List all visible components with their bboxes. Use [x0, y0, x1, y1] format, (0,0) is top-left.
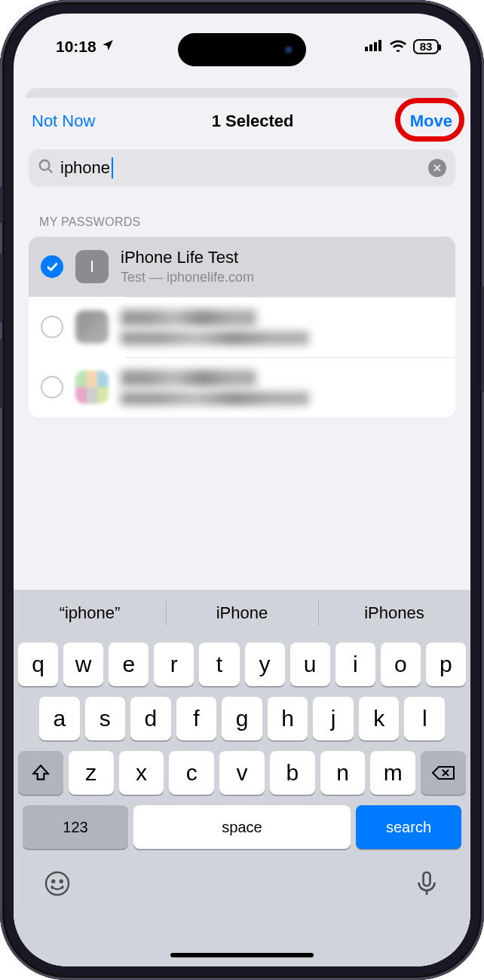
- row-subtitle-redacted: [121, 392, 309, 405]
- key-d[interactable]: d: [130, 697, 171, 740]
- numbers-key[interactable]: 123: [23, 805, 128, 849]
- key-q[interactable]: q: [18, 643, 58, 686]
- key-x[interactable]: x: [119, 751, 164, 795]
- row-title-redacted: [121, 370, 256, 386]
- key-h[interactable]: h: [268, 697, 308, 740]
- search-field[interactable]: iphone: [29, 149, 455, 187]
- key-r[interactable]: r: [154, 643, 194, 686]
- site-icon: [75, 371, 109, 404]
- password-row[interactable]: [29, 357, 455, 417]
- passwords-list: I iPhone Life Test Test — iphonelife.com: [29, 237, 455, 417]
- key-z[interactable]: z: [69, 751, 114, 795]
- keyboard: “iphone” iPhone iPhones q w e r t y u i …: [14, 590, 470, 966]
- key-w[interactable]: w: [63, 643, 103, 686]
- nav-title: 1 Selected: [212, 111, 294, 131]
- key-m[interactable]: m: [370, 751, 415, 795]
- wifi-icon: [389, 38, 407, 56]
- dynamic-island: [178, 33, 306, 66]
- key-o[interactable]: o: [381, 643, 421, 686]
- svg-rect-2: [374, 42, 377, 51]
- key-v[interactable]: v: [219, 751, 265, 795]
- key-l[interactable]: l: [404, 697, 445, 740]
- key-s[interactable]: s: [85, 697, 126, 740]
- key-e[interactable]: e: [109, 643, 149, 686]
- svg-point-10: [46, 872, 69, 895]
- location-icon: [101, 38, 115, 56]
- key-y[interactable]: y: [245, 643, 285, 686]
- volume-up-button: [0, 253, 3, 322]
- svg-line-5: [48, 169, 52, 172]
- row-title: iPhone Life Test: [121, 248, 254, 267]
- key-b[interactable]: b: [270, 751, 315, 795]
- delete-key[interactable]: [421, 751, 466, 795]
- key-i[interactable]: i: [335, 643, 375, 686]
- phone-frame: 10:18 83 Not Now 1 Selected Move: [0, 0, 484, 980]
- key-f[interactable]: f: [176, 697, 217, 740]
- search-icon: [38, 158, 54, 178]
- key-c[interactable]: c: [169, 751, 214, 795]
- space-key[interactable]: space: [133, 805, 351, 849]
- key-t[interactable]: t: [199, 643, 239, 686]
- clear-search-button[interactable]: [428, 159, 446, 177]
- row-subtitle: Test — iphonelife.com: [121, 270, 254, 285]
- suggestion[interactable]: “iphone”: [14, 590, 166, 637]
- key-n[interactable]: n: [320, 751, 366, 795]
- key-g[interactable]: g: [222, 697, 262, 740]
- row-subtitle-redacted: [121, 331, 309, 345]
- svg-rect-0: [365, 47, 368, 51]
- svg-point-11: [52, 881, 54, 883]
- checkbox-checked-icon[interactable]: [41, 255, 63, 278]
- password-row[interactable]: I iPhone Life Test Test — iphonelife.com: [29, 237, 455, 297]
- checkbox-unchecked-icon[interactable]: [41, 316, 63, 338]
- search-key[interactable]: search: [356, 805, 461, 849]
- volume-down-button: [0, 339, 3, 408]
- text-caret: [112, 157, 113, 179]
- svg-rect-1: [369, 44, 372, 51]
- battery-indicator: 83: [413, 39, 439, 54]
- emoji-key[interactable]: [44, 870, 71, 900]
- suggestion[interactable]: iPhone: [166, 590, 318, 637]
- svg-rect-3: [378, 40, 381, 51]
- password-row[interactable]: [29, 297, 455, 357]
- nav-bar: Not Now 1 Selected Move: [14, 98, 470, 139]
- key-u[interactable]: u: [290, 643, 330, 686]
- key-p[interactable]: p: [426, 643, 466, 686]
- power-button: [481, 286, 484, 392]
- status-time: 10:18: [56, 38, 96, 56]
- search-value: iphone: [60, 158, 110, 178]
- screen: 10:18 83 Not Now 1 Selected Move: [14, 14, 470, 966]
- suggestion[interactable]: iPhones: [318, 590, 470, 637]
- key-a[interactable]: a: [39, 697, 80, 740]
- not-now-button[interactable]: Not Now: [32, 111, 95, 131]
- shift-key[interactable]: [18, 751, 63, 795]
- checkbox-unchecked-icon[interactable]: [41, 376, 63, 398]
- section-header: MY PASSWORDS: [39, 215, 445, 229]
- svg-point-12: [60, 881, 63, 883]
- cellular-signal-icon: [365, 38, 383, 56]
- svg-point-4: [40, 160, 50, 170]
- suggestion-bar: “iphone” iPhone iPhones: [14, 590, 470, 637]
- row-title-redacted: [121, 310, 256, 326]
- site-icon: I: [75, 250, 109, 283]
- mute-switch: [0, 187, 3, 223]
- key-k[interactable]: k: [359, 697, 400, 740]
- move-button[interactable]: Move: [410, 111, 452, 131]
- dictation-key[interactable]: [413, 870, 440, 900]
- home-indicator[interactable]: [170, 953, 314, 957]
- key-j[interactable]: j: [313, 697, 354, 740]
- svg-rect-13: [424, 872, 430, 886]
- site-icon: [75, 310, 109, 343]
